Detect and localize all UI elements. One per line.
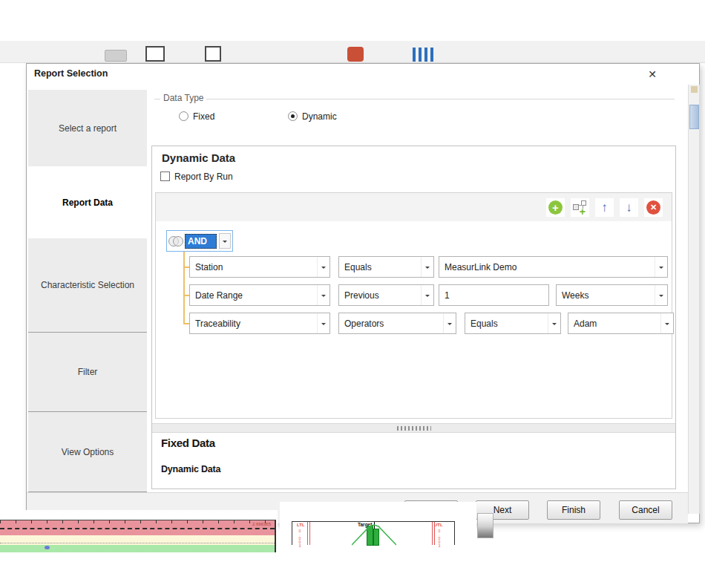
- operator-dropdown[interactable]: Previous: [338, 284, 434, 306]
- scrollbar-fragment: [477, 513, 494, 538]
- dropdown-value: Station: [190, 262, 317, 272]
- wizard-step-list: Select a report Report Data Characterist…: [28, 88, 147, 492]
- radio-icon-fixed[interactable]: [179, 111, 188, 121]
- dynamic-data-panel: Dynamic Data Report By Run + +: [151, 146, 676, 489]
- chevron-down-icon[interactable]: [655, 257, 667, 277]
- radio-option-dynamic[interactable]: Dynamic: [288, 111, 337, 122]
- step-label: Filter: [78, 367, 98, 377]
- branch-add-icon: +: [573, 200, 587, 215]
- logic-operator-value: AND: [185, 234, 217, 249]
- utl-value: 0.003: [437, 529, 441, 547]
- tree-connector: [183, 252, 185, 324]
- background-toolbar-strip: [0, 41, 705, 63]
- step-label: View Options: [62, 447, 114, 457]
- unit-dropdown[interactable]: Weeks: [556, 284, 668, 306]
- chevron-down-icon[interactable]: [548, 313, 560, 333]
- splitter-grip-icon[interactable]: [397, 426, 431, 431]
- step-report-data[interactable]: Report Data: [28, 166, 147, 238]
- limit-value-label: 2.696365: [252, 522, 271, 526]
- utl-limit-line: [432, 522, 433, 545]
- report-by-run-label: Report By Run: [174, 172, 233, 182]
- value-dropdown[interactable]: Adam: [568, 313, 674, 334]
- step-label: Select a report: [59, 123, 117, 134]
- subfield-dropdown[interactable]: Operators: [338, 313, 456, 334]
- step-view-options[interactable]: View Options: [28, 412, 147, 492]
- operator-dropdown[interactable]: Equals: [465, 313, 561, 334]
- dropdown-value: Equals: [465, 318, 548, 329]
- finish-button[interactable]: Finish: [547, 500, 600, 520]
- ltl-label: LTL: [297, 523, 305, 527]
- bell-curve: [352, 524, 396, 546]
- dropdown-value: Operators: [339, 318, 443, 329]
- chevron-down-icon[interactable]: [421, 285, 433, 305]
- limit-dashed-line: [0, 528, 275, 529]
- cancel-button[interactable]: Cancel: [619, 500, 672, 520]
- delete-x-icon: ✕: [646, 200, 660, 215]
- operator-dropdown[interactable]: Equals: [338, 256, 434, 278]
- dropdown-value: Date Range: [190, 290, 317, 301]
- dropdown-value: Weeks: [557, 290, 655, 301]
- axis-ticks: [0, 520, 275, 523]
- radio-option-fixed[interactable]: Fixed: [179, 111, 214, 122]
- chevron-down-icon[interactable]: [421, 257, 433, 277]
- intersection-icon: [168, 236, 183, 246]
- ltl-value: 0.003: [298, 529, 301, 547]
- run-chart-plot: 2.696365: [0, 520, 276, 552]
- radio-label-dynamic: Dynamic: [302, 111, 337, 122]
- dialog-title: Report Selection: [34, 68, 108, 79]
- close-icon[interactable]: ✕: [644, 66, 660, 82]
- step-filter[interactable]: Filter: [28, 333, 147, 412]
- input-value: 1: [439, 290, 548, 301]
- window-icon-fragment: [145, 46, 165, 62]
- chevron-down-icon[interactable]: [219, 233, 231, 249]
- field-dropdown[interactable]: Traceability: [189, 313, 330, 334]
- chevron-down-icon[interactable]: [317, 257, 329, 277]
- ltl-limit-line: [307, 522, 308, 545]
- data-type-group-line: [154, 99, 675, 99]
- histogram-plot: LTL 0.003 Target UTL 0.003: [292, 521, 455, 545]
- add-condition-button[interactable]: +: [546, 198, 565, 217]
- data-point: [45, 546, 50, 549]
- data-type-group-label: Data Type: [160, 93, 206, 103]
- checkbox-icon[interactable]: [160, 172, 170, 181]
- step-label: Characteristic Selection: [41, 280, 134, 290]
- chevron-down-icon[interactable]: [443, 313, 456, 333]
- delete-condition-button[interactable]: ✕: [644, 198, 663, 217]
- window-icon-fragment: [205, 46, 221, 62]
- move-up-button[interactable]: ↑: [595, 198, 614, 217]
- chevron-down-icon[interactable]: [655, 285, 667, 305]
- radio-icon-dynamic[interactable]: [288, 111, 298, 121]
- chevron-down-icon[interactable]: [317, 285, 329, 305]
- fixed-data-section-header[interactable]: Fixed Data: [161, 437, 215, 449]
- control-dotted-line: [0, 543, 275, 543]
- report-selection-dialog: Report Selection ✕ Select a report Repor…: [26, 63, 700, 523]
- scrollbar-thumb[interactable]: [689, 105, 699, 129]
- dropdown-value: Equals: [339, 262, 421, 272]
- report-by-run-option[interactable]: Report By Run: [160, 172, 233, 182]
- chevron-down-icon[interactable]: [317, 313, 329, 333]
- value-dropdown[interactable]: MeasurLink Demo: [439, 256, 668, 278]
- screen: Report Selection ✕ Select a report Repor…: [0, 0, 705, 588]
- histogram-window: LTL 0.003 Target UTL 0.003: [280, 502, 476, 588]
- chevron-down-icon[interactable]: [660, 313, 673, 333]
- ltl-limit-line: [309, 522, 310, 545]
- step-select-a-report[interactable]: Select a report: [28, 90, 147, 166]
- move-down-button[interactable]: ↓: [620, 198, 638, 217]
- field-dropdown[interactable]: Date Range: [189, 284, 330, 306]
- splitter-bar[interactable]: [152, 423, 675, 433]
- add-group-button[interactable]: +: [571, 198, 589, 217]
- dynamic-data-section-header[interactable]: Dynamic Data: [161, 464, 220, 474]
- number-input[interactable]: 1: [439, 284, 549, 306]
- scroll-up-button[interactable]: [691, 86, 698, 93]
- filter-builder: + + ↑ ↓ ✕: [155, 192, 672, 419]
- field-dropdown[interactable]: Station: [189, 256, 330, 278]
- toolbar-icon-fragment: [105, 50, 127, 62]
- step-characteristic-selection[interactable]: Characteristic Selection: [28, 238, 147, 333]
- arrow-down-icon: ↓: [626, 201, 632, 214]
- logic-operator-combo[interactable]: AND: [166, 230, 233, 252]
- utl-limit-line: [434, 522, 435, 545]
- vertical-scrollbar[interactable]: [688, 85, 700, 514]
- radio-label-fixed: Fixed: [193, 111, 214, 122]
- dropdown-value: MeasurLink Demo: [439, 262, 655, 272]
- panel-heading: Dynamic Data: [162, 151, 235, 164]
